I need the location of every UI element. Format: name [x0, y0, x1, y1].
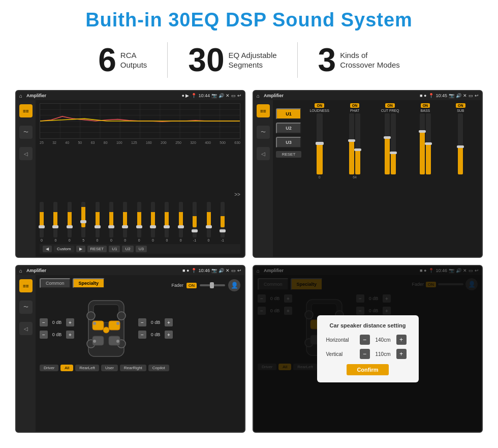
- horizontal-value: 140cm: [373, 337, 393, 343]
- u2-btn[interactable]: U2: [276, 123, 301, 134]
- stat-eq: 30 EQ AdjustableSegments: [168, 44, 297, 76]
- bass-sliders: [420, 113, 431, 174]
- left-top-plus-btn[interactable]: +: [66, 318, 74, 326]
- loudness-label: LOUDNESS: [309, 109, 329, 112]
- stat-eq-number: 30: [188, 44, 224, 76]
- eq-icon-speaker[interactable]: ◁: [19, 147, 33, 160]
- left-top-minus-btn[interactable]: −: [40, 318, 48, 326]
- stat-crossover-number: 3: [318, 44, 336, 76]
- page-title: Buith-in 30EQ DSP Sound System: [15, 9, 483, 31]
- eq-slider-6[interactable]: 0: [109, 202, 113, 242]
- left-bottom-minus-btn[interactable]: −: [40, 331, 48, 339]
- profile-icon[interactable]: 👤: [228, 279, 240, 291]
- u1-btn[interactable]: U1: [276, 108, 301, 120]
- fader-slider[interactable]: [200, 284, 225, 286]
- eq-slider-4[interactable]: 5: [81, 202, 85, 242]
- bass-slider-2[interactable]: [426, 113, 431, 174]
- phat-slider-1[interactable]: [349, 113, 354, 174]
- eq-u2-btn[interactable]: U2: [122, 246, 133, 252]
- crossover-screen: ⌂ Amplifier ■ ● 📍 10:45 📷 🔊 ✕ ▭ ↩ ≡≡ 〜 ◁: [253, 90, 483, 258]
- eq-slider-1[interactable]: 0: [40, 202, 44, 242]
- speaker-main-area: Common Specialty Fader ON 👤: [36, 275, 244, 432]
- eq-u3-btn[interactable]: U3: [136, 246, 147, 252]
- horizontal-plus-btn[interactable]: +: [396, 335, 407, 345]
- eq-u1-btn[interactable]: U1: [109, 246, 120, 252]
- sp-tab-specialty[interactable]: Specialty: [73, 278, 105, 288]
- eq-slider-7[interactable]: 0: [123, 202, 127, 242]
- speaker-icon-vol[interactable]: ◁: [19, 322, 33, 335]
- sub-slider[interactable]: [458, 113, 463, 174]
- eq-icon-active[interactable]: ≡≡: [19, 104, 33, 117]
- crossover-icon-wave[interactable]: 〜: [257, 126, 270, 139]
- eq-slider-11[interactable]: 0: [179, 202, 183, 242]
- crossover-icon-speaker[interactable]: ◁: [257, 147, 270, 160]
- left-bottom-plus-btn[interactable]: +: [66, 331, 74, 339]
- volume-icon: 🔊: [219, 93, 224, 98]
- confirm-button[interactable]: Confirm: [347, 364, 388, 375]
- speaker-dot-icons: ■ ●: [182, 268, 189, 273]
- phat-slider-2[interactable]: [355, 113, 360, 174]
- x-icon-3: ✕: [226, 268, 230, 273]
- eq-slider-9[interactable]: 0: [151, 202, 155, 242]
- rearleft-btn[interactable]: RearLeft: [75, 365, 99, 371]
- right-bottom-plus-btn[interactable]: +: [165, 331, 173, 339]
- cutfreq-slider-1[interactable]: [385, 113, 390, 174]
- u3-btn[interactable]: U3: [276, 137, 301, 148]
- bass-channel: ON BASS: [409, 103, 441, 179]
- crossover-reset-btn[interactable]: RESET: [276, 151, 301, 158]
- loudness-slider[interactable]: [317, 113, 323, 174]
- stats-row: 6 RCAOutputs 30 EQ AdjustableSegments 3 …: [15, 42, 483, 78]
- eq-sliders-area: 0 0 0 5 0 0 0 0 0 0 0 -1 0 -1 >>: [40, 146, 240, 242]
- eq-status-bar: ⌂ Amplifier ● ▶ 📍 10:44 📷 🔊 ✕ ▭ ↩: [16, 91, 244, 100]
- speaker-status-bar: ⌂ Amplifier ■ ● 📍 10:46 📷 🔊 ✕ ▭ ↩: [16, 266, 244, 275]
- left-top-db-row: − 0 dB +: [40, 318, 74, 326]
- eq-play-btn[interactable]: ▶: [76, 246, 85, 252]
- bass-label: BASS: [421, 109, 430, 112]
- sp-tab-common[interactable]: Common: [40, 278, 71, 288]
- cutfreq-slider-2[interactable]: [391, 113, 396, 174]
- cutfreq-sliders: [385, 113, 396, 174]
- bass-on-badge: ON: [421, 103, 430, 108]
- user-btn[interactable]: User: [101, 365, 118, 371]
- eq-slider-3[interactable]: 0: [68, 202, 72, 242]
- crossover-icon-active[interactable]: ≡≡: [257, 104, 270, 117]
- phat-val: 64: [353, 175, 357, 179]
- eq-slider-14[interactable]: -1: [221, 202, 225, 242]
- eq-scroll-right[interactable]: >>: [234, 192, 240, 197]
- eq-content-area: ≡≡ 〜 ◁: [16, 100, 244, 257]
- eq-bottom-bar: ◀ Custom ▶ RESET U1 U2 U3: [40, 244, 240, 254]
- fader-handle: [210, 282, 214, 288]
- eq-reset-btn[interactable]: RESET: [87, 246, 107, 252]
- eq-icon-wave[interactable]: 〜: [19, 126, 33, 139]
- eq-prev-btn[interactable]: ◀: [43, 246, 52, 252]
- eq-slider-8[interactable]: 0: [137, 202, 141, 242]
- left-bottom-db-row: − 0 dB +: [40, 331, 74, 339]
- all-btn[interactable]: All: [60, 365, 73, 371]
- horizontal-minus-btn[interactable]: −: [360, 335, 370, 345]
- eq-slider-12[interactable]: -1: [193, 202, 197, 242]
- stat-crossover: 3 Kinds ofCrossover Modes: [298, 44, 420, 76]
- eq-screen: ⌂ Amplifier ● ▶ 📍 10:44 📷 🔊 ✕ ▭ ↩ ≡≡ 〜 ◁: [15, 90, 245, 258]
- eq-slider-2[interactable]: 0: [53, 202, 57, 242]
- speaker-icon-active[interactable]: ≡≡: [19, 279, 33, 292]
- copilot-btn[interactable]: Copilot: [148, 365, 169, 371]
- bass-slider-1[interactable]: [420, 113, 425, 174]
- right-bottom-db-val: 0 dB: [148, 332, 163, 337]
- horizontal-row: Horizontal − 140cm +: [326, 335, 410, 345]
- eq-slider-10[interactable]: 0: [165, 202, 169, 242]
- right-bottom-minus-btn[interactable]: −: [138, 331, 146, 339]
- vertical-minus-btn[interactable]: −: [360, 349, 370, 359]
- rearright-btn[interactable]: RearRight: [120, 365, 146, 371]
- eq-slider-5[interactable]: 0: [96, 202, 100, 242]
- speaker-icon-wave[interactable]: 〜: [19, 301, 33, 314]
- phat-channel: ON PHAT: [338, 103, 370, 179]
- svg-point-27: [93, 340, 96, 343]
- fader-label: Fader: [171, 283, 183, 288]
- right-top-minus-btn[interactable]: −: [138, 318, 146, 326]
- eq-slider-13[interactable]: 0: [207, 202, 211, 242]
- camera-icon: 📷: [211, 93, 217, 98]
- eq-preset-label[interactable]: Custom: [54, 246, 74, 252]
- vertical-plus-btn[interactable]: +: [396, 349, 407, 359]
- right-top-plus-btn[interactable]: +: [165, 318, 173, 326]
- driver-btn[interactable]: Driver: [40, 365, 58, 371]
